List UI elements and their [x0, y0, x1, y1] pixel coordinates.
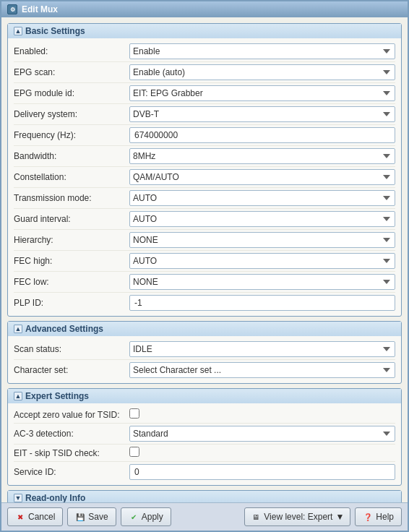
bottom-bar: ✖ Cancel 💾 Save ✔ Apply 🖥 View level: Ex…: [1, 502, 408, 531]
help-label: Help: [376, 512, 394, 522]
scan-status-select[interactable]: IDLE RUNNING: [129, 341, 395, 357]
basic-settings-header[interactable]: ▲ Basic Settings: [8, 24, 401, 38]
constellation-row: Constellation: QAM/AUTO QPSK QAM16 QAM64: [14, 167, 395, 188]
guard-control: AUTO 1/4 1/8 1/16 1/32: [129, 211, 395, 227]
enabled-select[interactable]: Enable Disable: [129, 43, 395, 59]
bandwidth-control: 8MHz 7MHz 6MHz: [129, 148, 395, 164]
delivery-system-control: DVB-T DVB-T2: [129, 106, 395, 122]
tsid-label: Accept zero value for TSID:: [14, 410, 129, 420]
cancel-label: Cancel: [28, 512, 55, 522]
transmission-label: Transmission mode:: [14, 193, 129, 203]
fec-low-select[interactable]: NONE AUTO 1/2: [129, 274, 395, 290]
epg-scan-select[interactable]: Enable (auto) Disable: [129, 64, 395, 80]
eit-checkbox[interactable]: [129, 447, 139, 457]
help-button[interactable]: ❓ Help: [355, 507, 402, 526]
apply-button[interactable]: ✔ Apply: [121, 507, 171, 526]
cancel-icon: ✖: [15, 512, 25, 522]
fec-high-select[interactable]: AUTO NONE 1/2 2/3: [129, 253, 395, 269]
advanced-settings-body: Scan status: IDLE RUNNING Character set:…: [8, 336, 401, 383]
ac3-control: Standard AC-3: [129, 426, 395, 442]
bandwidth-row: Bandwidth: 8MHz 7MHz 6MHz: [14, 146, 395, 167]
transmission-control: AUTO 2K 8K: [129, 190, 395, 206]
basic-settings-body: Enabled: Enable Disable EPG scan: Enable…: [8, 38, 401, 316]
tsid-row: Accept zero value for TSID:: [14, 406, 395, 424]
expert-settings-header[interactable]: ▲ Expert Settings: [8, 389, 401, 403]
enabled-control: Enable Disable: [129, 43, 395, 59]
epg-scan-label: EPG scan:: [14, 67, 129, 77]
readonly-header[interactable]: ▼ Read-only Info: [8, 491, 401, 502]
transmission-row: Transmission mode: AUTO 2K 8K: [14, 188, 395, 209]
window-title: Edit Mux: [22, 4, 58, 14]
fec-low-label: FEC low:: [14, 277, 129, 287]
delivery-system-select[interactable]: DVB-T DVB-T2: [129, 106, 395, 122]
fec-high-label: FEC high:: [14, 256, 129, 266]
save-icon: 💾: [75, 512, 85, 522]
character-set-row: Character set: Select Character set ... …: [14, 360, 395, 380]
frequency-label: Frequency (Hz):: [14, 130, 129, 140]
readonly-toggle-icon: ▼: [14, 494, 22, 502]
eit-row: EIT - skip TSID check:: [14, 445, 395, 462]
view-level-button[interactable]: 🖥 View level: Expert ▼: [244, 507, 350, 526]
service-id-row: Service ID:: [14, 462, 395, 482]
service-id-input[interactable]: [129, 464, 395, 480]
plp-id-control: [129, 295, 395, 311]
expert-settings-section: ▲ Expert Settings Accept zero value for …: [7, 388, 402, 486]
epg-module-select[interactable]: EIT: EPG Grabber: [129, 85, 395, 101]
readonly-label: Read-only Info: [25, 493, 85, 502]
epg-scan-control: Enable (auto) Disable: [129, 64, 395, 80]
tsid-checkbox[interactable]: [129, 408, 139, 419]
scan-status-control: IDLE RUNNING: [129, 341, 395, 357]
eit-control: [129, 447, 395, 459]
delivery-system-row: Delivery system: DVB-T DVB-T2: [14, 104, 395, 125]
bandwidth-select[interactable]: 8MHz 7MHz 6MHz: [129, 148, 395, 164]
hierarchy-select[interactable]: NONE 1 2 4: [129, 232, 395, 248]
save-button[interactable]: 💾 Save: [67, 507, 116, 526]
advanced-settings-header[interactable]: ▲ Advanced Settings: [8, 322, 401, 336]
expert-toggle-icon: ▲: [14, 392, 22, 400]
help-icon: ❓: [363, 512, 373, 522]
readonly-section: ▼ Read-only Info: [7, 490, 402, 502]
tsid-control: [129, 408, 395, 421]
scan-status-row: Scan status: IDLE RUNNING: [14, 339, 395, 360]
edit-mux-window: ⚙ Edit Mux ▲ Basic Settings Enabled: Ena…: [0, 0, 409, 532]
character-set-label: Character set:: [14, 365, 129, 375]
expert-settings-body: Accept zero value for TSID: AC-3 detecti…: [8, 403, 401, 485]
advanced-settings-label: Advanced Settings: [25, 324, 103, 334]
advanced-settings-section: ▲ Advanced Settings Scan status: IDLE RU…: [7, 321, 402, 384]
constellation-label: Constellation:: [14, 172, 129, 182]
expert-settings-label: Expert Settings: [25, 391, 89, 401]
enabled-row: Enabled: Enable Disable: [14, 41, 395, 62]
plp-id-input[interactable]: [129, 295, 395, 311]
view-level-label: View level: Expert: [264, 512, 332, 522]
plp-id-label: PLP ID:: [14, 298, 129, 308]
basic-toggle-icon: ▲: [14, 27, 22, 35]
ac3-label: AC-3 detection:: [14, 429, 129, 439]
main-content: ▲ Basic Settings Enabled: Enable Disable…: [1, 17, 408, 502]
apply-icon: ✔: [129, 512, 139, 522]
basic-settings-section: ▲ Basic Settings Enabled: Enable Disable…: [7, 23, 402, 317]
ac3-select[interactable]: Standard AC-3: [129, 426, 395, 442]
constellation-select[interactable]: QAM/AUTO QPSK QAM16 QAM64: [129, 169, 395, 185]
view-level-chevron: ▼: [335, 512, 344, 522]
cancel-button[interactable]: ✖ Cancel: [7, 507, 63, 526]
save-label: Save: [88, 512, 108, 522]
character-set-select[interactable]: Select Character set ... UTF-8 ISO-8859-…: [129, 362, 395, 378]
epg-module-row: EPG module id: EIT: EPG Grabber: [14, 83, 395, 104]
bandwidth-label: Bandwidth:: [14, 151, 129, 161]
epg-module-label: EPG module id:: [14, 88, 129, 98]
fec-low-row: FEC low: NONE AUTO 1/2: [14, 272, 395, 293]
transmission-select[interactable]: AUTO 2K 8K: [129, 190, 395, 206]
title-bar: ⚙ Edit Mux: [1, 1, 408, 17]
frequency-control: [129, 127, 395, 143]
service-id-label: Service ID:: [14, 467, 129, 477]
fec-low-control: NONE AUTO 1/2: [129, 274, 395, 290]
window-icon: ⚙: [7, 4, 17, 14]
hierarchy-label: Hierarchy:: [14, 235, 129, 245]
frequency-input[interactable]: [129, 127, 395, 143]
guard-select[interactable]: AUTO 1/4 1/8 1/16 1/32: [129, 211, 395, 227]
monitor-icon: 🖥: [251, 512, 261, 522]
guard-label: Guard interval:: [14, 214, 129, 224]
epg-scan-row: EPG scan: Enable (auto) Disable: [14, 62, 395, 83]
guard-row: Guard interval: AUTO 1/4 1/8 1/16 1/32: [14, 209, 395, 230]
hierarchy-control: NONE 1 2 4: [129, 232, 395, 248]
